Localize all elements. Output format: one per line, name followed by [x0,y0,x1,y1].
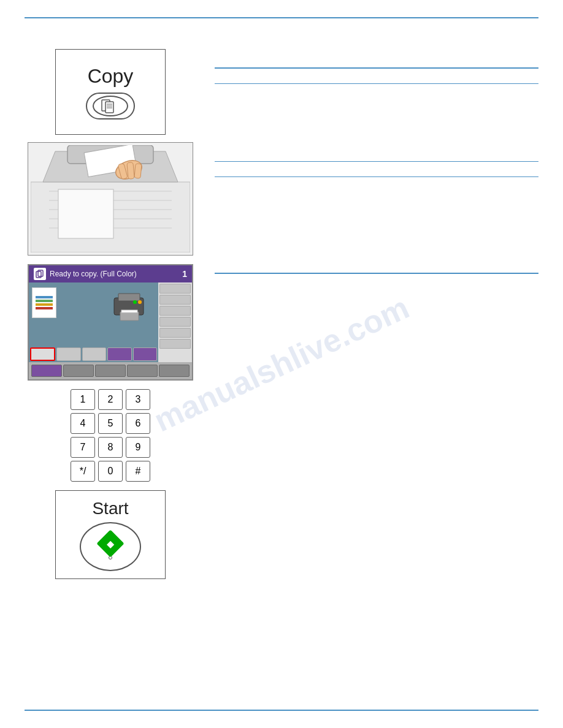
page-content: Copy [25,31,538,697]
text-line-3 [215,161,538,162]
lcd-sidebar-btn-6[interactable] [159,339,191,349]
svg-rect-2 [105,102,113,113]
key-#[interactable]: # [126,461,150,482]
svg-rect-26 [121,310,137,313]
svg-point-27 [133,300,137,304]
svg-rect-25 [120,312,139,320]
svg-point-28 [138,300,142,304]
top-decorative-line [25,17,538,18]
svg-rect-12 [127,162,134,180]
key-4[interactable]: 4 [71,413,95,434]
scanner-illustration [28,142,193,256]
key-5[interactable]: 5 [98,413,123,434]
lcd-bottom-bar [29,362,192,379]
key-*/[interactable]: */ [71,461,95,482]
lcd-bottom-btn-1[interactable] [31,365,62,377]
text-line-4 [215,176,538,177]
svg-rect-24 [118,294,140,301]
copy-button-illustration: Copy [55,49,166,135]
key-2[interactable]: 2 [98,389,123,410]
lcd-sidebar [158,282,192,362]
key-8[interactable]: 8 [98,437,123,458]
bottom-decorative-line [25,710,538,711]
lcd-button-row [29,347,158,361]
start-arrow-icon: ◆ [107,537,114,549]
copy-svg-icon [92,95,129,117]
lcd-printer-graphic [109,289,146,319]
lcd-stripe-red [36,307,53,309]
lcd-doc-preview [32,287,56,318]
lcd-sidebar-btn-1[interactable] [159,284,191,294]
text-line-5 [215,273,538,274]
lcd-copy-icon [34,268,46,280]
lcd-screen: Ready to copy. (Full Color) 1 [28,264,193,381]
key-7[interactable]: 7 [71,437,95,458]
key-6[interactable]: 6 [126,413,150,434]
lcd-copy-count: 1 [182,269,187,279]
key-9[interactable]: 9 [126,437,150,458]
svg-rect-20 [58,189,113,238]
lcd-sidebar-btn-3[interactable] [159,306,191,316]
scanner-svg [31,145,190,252]
copy-label: Copy [88,65,134,88]
left-column: Copy [25,31,196,697]
start-diamond-icon: ◆ [96,529,124,557]
start-button-illustration: Start ◆ [55,490,166,579]
lcd-bottom-btn-2[interactable] [63,365,94,377]
lcd-btn-1[interactable] [30,347,55,361]
lcd-status-text: Ready to copy. (Full Color) [50,270,178,278]
lcd-main-area [29,282,158,362]
lcd-btn-3[interactable] [82,347,106,361]
lcd-bottom-btn-3[interactable] [95,365,126,377]
lcd-btn-5[interactable] [133,347,157,361]
keypad: 123456789*/0# [64,389,156,482]
right-column [196,31,538,697]
lcd-sidebar-btn-5[interactable] [159,328,191,338]
lcd-sidebar-btn-4[interactable] [159,317,191,327]
lcd-body [29,282,192,362]
lcd-btn-2[interactable] [56,347,80,361]
key-0[interactable]: 0 [98,461,123,482]
start-oval-icon: ◆ [80,522,141,571]
lcd-stripe-blue [36,296,53,298]
lcd-stripe-yellow [36,303,53,306]
lcd-bottom-btn-5[interactable] [159,365,190,377]
start-label: Start [92,499,128,518]
lcd-bottom-btn-4[interactable] [127,365,158,377]
keypad-grid: 123456789*/0# [64,389,156,482]
text-line-1 [215,67,538,69]
text-line-2 [215,83,538,84]
lcd-stripe-green [36,300,53,302]
key-3[interactable]: 3 [126,389,150,410]
lcd-header: Ready to copy. (Full Color) 1 [29,265,192,282]
lcd-sidebar-btn-2[interactable] [159,295,191,305]
lcd-btn-4[interactable] [107,347,131,361]
svg-rect-13 [134,164,142,179]
copy-oval-icon [86,93,135,119]
key-1[interactable]: 1 [71,389,95,410]
